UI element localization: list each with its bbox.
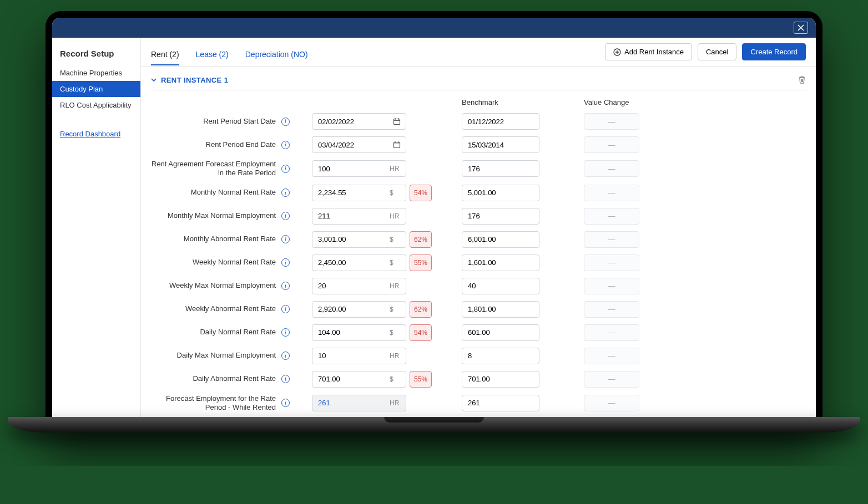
benchmark-input[interactable]: [462, 113, 539, 130]
info-icon[interactable]: i: [281, 118, 290, 126]
field-label: Monthly Max Normal Employment: [168, 211, 276, 220]
sidebar-item-custody-plan[interactable]: Custody Plan: [52, 81, 140, 97]
col-value-change: Value Change: [584, 98, 673, 106]
value-input[interactable]: [312, 301, 406, 318]
add-rent-instance-label: Add Rent Instance: [624, 48, 684, 56]
field-label: Daily Max Normal Employment: [177, 351, 276, 360]
form-row: Monthly Max Normal Employment iHR—: [151, 205, 806, 228]
value-change-cell: —: [584, 348, 639, 364]
field-label: Forecast Employment for the Rate Period …: [151, 394, 276, 413]
info-icon[interactable]: i: [281, 375, 290, 383]
plus-circle-icon: [613, 48, 621, 56]
tab-rent[interactable]: Rent (2): [151, 44, 179, 65]
value-change-cell: —: [584, 254, 639, 271]
tab-lease[interactable]: Lease (2): [196, 44, 229, 65]
field-label: Weekly Max Normal Employment: [169, 281, 276, 290]
benchmark-input[interactable]: [462, 208, 539, 225]
value-input[interactable]: [312, 185, 406, 201]
calendar-icon: [393, 118, 401, 125]
trash-icon: [798, 75, 806, 84]
benchmark-input[interactable]: [462, 395, 539, 411]
value-input[interactable]: [312, 278, 406, 294]
benchmark-input[interactable]: [462, 301, 539, 318]
sidebar-item-rlo-cost[interactable]: RLO Cost Applicability: [52, 97, 140, 113]
form-row: Weekly Normal Rent Rate i$55%—: [151, 251, 806, 274]
value-change-cell: —: [584, 395, 639, 411]
variance-badge: 62%: [410, 231, 432, 248]
col-benchmark: Benchmark: [462, 98, 562, 106]
benchmark-input[interactable]: [462, 324, 539, 341]
sidebar-item-machine-properties[interactable]: Machine Properties: [52, 65, 140, 81]
value-change-cell: —: [584, 113, 639, 130]
info-icon[interactable]: i: [281, 235, 290, 243]
benchmark-input[interactable]: [462, 185, 539, 201]
value-input[interactable]: [312, 136, 406, 153]
field-label: Rent Agreement Forecast Employment in th…: [151, 160, 276, 178]
info-icon[interactable]: i: [281, 258, 290, 267]
form-row: Daily Abnormal Rent Rate i$55%—: [151, 368, 806, 391]
value-change-cell: —: [584, 371, 639, 388]
value-input[interactable]: [312, 324, 406, 341]
value-input[interactable]: [312, 254, 406, 271]
svg-rect-1: [394, 119, 400, 125]
benchmark-input[interactable]: [462, 371, 539, 388]
form-row: Weekly Abnormal Rent Rate i$62%—: [151, 298, 806, 321]
info-icon[interactable]: i: [281, 212, 290, 220]
value-input[interactable]: [312, 160, 406, 177]
variance-badge: 54%: [410, 324, 432, 341]
info-icon[interactable]: i: [281, 399, 290, 407]
value-input[interactable]: [312, 231, 406, 248]
form-row: Rent Period Start Date i—: [151, 110, 806, 133]
value-change-cell: —: [584, 324, 639, 341]
add-rent-instance-button[interactable]: Add Rent Instance: [605, 43, 692, 60]
field-label: Daily Normal Rent Rate: [200, 328, 276, 337]
form-row: Rent Agreement Forecast Employment in th…: [151, 156, 806, 181]
value-change-cell: —: [584, 301, 639, 318]
tab-depreciation[interactable]: Depreciation (NO): [245, 44, 308, 65]
chevron-down-icon: [151, 77, 157, 83]
value-input[interactable]: [312, 371, 406, 388]
close-button[interactable]: [794, 22, 808, 34]
main-panel: Rent (2) Lease (2) Depreciation (NO) Add…: [141, 38, 816, 417]
value-input[interactable]: [312, 113, 406, 130]
info-icon[interactable]: i: [281, 282, 290, 290]
info-icon[interactable]: i: [281, 141, 290, 149]
info-icon[interactable]: i: [281, 328, 290, 337]
field-label: Rent Period Start Date: [203, 117, 276, 126]
cancel-button[interactable]: Cancel: [698, 43, 736, 60]
value-input: [312, 395, 406, 411]
calendar-button[interactable]: [393, 118, 401, 125]
field-label: Weekly Normal Rent Rate: [193, 258, 276, 267]
form-row: Forecast Employment for the Rate Period …: [151, 391, 806, 416]
field-label: Daily Abnormal Rent Rate: [193, 374, 276, 383]
variance-badge: 55%: [410, 254, 432, 271]
sidebar: Record Setup Machine Properties Custody …: [52, 38, 141, 417]
info-icon[interactable]: i: [281, 165, 290, 173]
info-icon[interactable]: i: [281, 305, 290, 313]
close-icon: [798, 24, 804, 31]
field-label: Monthly Abnormal Rent Rate: [184, 235, 276, 243]
create-record-button[interactable]: Create Record: [742, 43, 806, 60]
benchmark-input[interactable]: [462, 136, 539, 153]
value-input[interactable]: [312, 348, 406, 364]
laptop-base: [8, 417, 860, 432]
titlebar: [52, 18, 816, 38]
calendar-button[interactable]: [393, 141, 401, 149]
variance-badge: 62%: [410, 301, 432, 318]
benchmark-input[interactable]: [462, 278, 539, 294]
value-input[interactable]: [312, 208, 406, 225]
value-change-cell: —: [584, 278, 639, 294]
benchmark-input[interactable]: [462, 160, 539, 177]
section-toggle[interactable]: RENT INSTANCE 1: [151, 76, 228, 84]
form-row: Daily Normal Rent Rate i$54%—: [151, 321, 806, 344]
delete-instance-button[interactable]: [798, 75, 806, 84]
benchmark-input[interactable]: [462, 254, 539, 271]
record-dashboard-link[interactable]: Record Dashboard: [52, 113, 140, 138]
form-row: Weekly Max Normal Employment iHR—: [151, 274, 806, 298]
benchmark-input[interactable]: [462, 231, 539, 248]
info-icon[interactable]: i: [281, 352, 290, 360]
benchmark-input[interactable]: [462, 348, 539, 364]
value-change-cell: —: [584, 231, 639, 248]
info-icon[interactable]: i: [281, 189, 290, 197]
tabs: Rent (2) Lease (2) Depreciation (NO): [151, 44, 308, 65]
